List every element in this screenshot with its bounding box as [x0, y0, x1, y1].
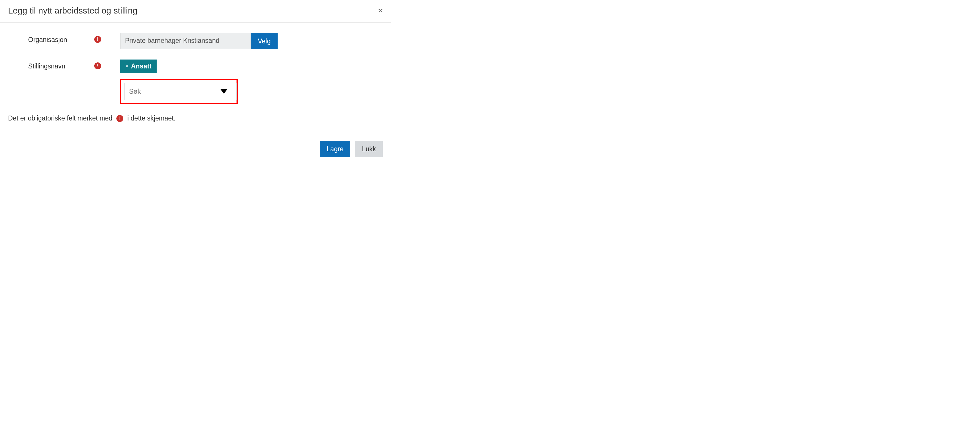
- mandatory-note: Det er obligatoriske felt merket med ! i…: [8, 115, 383, 128]
- close-icon[interactable]: ×: [378, 6, 383, 15]
- tag-remove-icon[interactable]: ×: [125, 63, 129, 70]
- required-icon: !: [94, 36, 101, 43]
- dialog-body: Organisasjon ! Private barnehager Kristi…: [0, 23, 391, 134]
- search-highlight: [120, 79, 238, 104]
- close-button[interactable]: Lukk: [355, 141, 383, 157]
- dialog-title: Legg til nytt arbeidssted og stilling: [8, 6, 137, 16]
- velg-button[interactable]: Velg: [251, 33, 278, 49]
- search-input[interactable]: [124, 83, 211, 100]
- dialog-footer: Lagre Lukk: [0, 134, 391, 164]
- add-workplace-dialog: Legg til nytt arbeidssted og stilling × …: [0, 0, 391, 164]
- organisasjon-field: Private barnehager Kristiansand: [120, 33, 251, 49]
- chevron-down-icon: [220, 89, 228, 94]
- stillingsnavn-tag: × Ansatt: [120, 59, 157, 73]
- organisasjon-input-group: Private barnehager Kristiansand Velg: [120, 33, 383, 49]
- required-icon: !: [116, 115, 123, 122]
- stillingsnavn-search-combo: [124, 83, 237, 100]
- search-dropdown-toggle[interactable]: [211, 83, 237, 100]
- note-prefix: Det er obligatoriske felt merket med: [8, 115, 112, 122]
- required-icon: !: [94, 62, 101, 69]
- note-suffix: i dette skjemaet.: [127, 115, 175, 122]
- tag-label: Ansatt: [131, 62, 152, 70]
- row-organisasjon: Organisasjon ! Private barnehager Kristi…: [8, 33, 383, 49]
- label-organisasjon: Organisasjon: [28, 36, 67, 44]
- row-stillingsnavn: Stillingsnavn ! × Ansatt: [8, 59, 383, 104]
- label-stillingsnavn: Stillingsnavn: [28, 62, 65, 70]
- dialog-header: Legg til nytt arbeidssted og stilling ×: [0, 0, 391, 23]
- save-button[interactable]: Lagre: [320, 141, 351, 157]
